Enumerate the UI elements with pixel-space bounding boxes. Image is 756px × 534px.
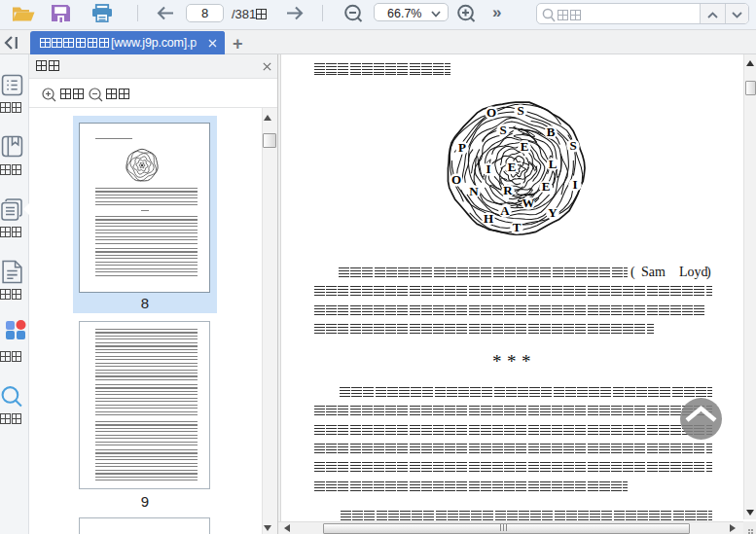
svg-text:A: A [500,203,510,218]
svg-text:O: O [451,172,461,187]
svg-text:Y: Y [548,205,558,220]
svg-text:P: P [458,140,466,155]
svg-text:S: S [499,123,506,137]
svg-text:I: I [572,177,577,192]
svg-text:B: B [547,125,556,139]
svg-text:E: E [521,139,529,154]
svg-text:I: I [486,161,490,176]
svg-text:E: E [508,160,517,174]
svg-text:O: O [486,105,496,120]
svg-text:H: H [484,211,493,226]
svg-text:W: W [522,196,535,210]
svg-text:S: S [517,103,523,118]
svg-text:E: E [542,179,551,194]
svg-text:S: S [569,138,576,153]
svg-text:T: T [513,220,522,234]
svg-text:R: R [503,183,513,197]
svg-text:L: L [549,157,558,171]
svg-text:N: N [469,184,479,198]
